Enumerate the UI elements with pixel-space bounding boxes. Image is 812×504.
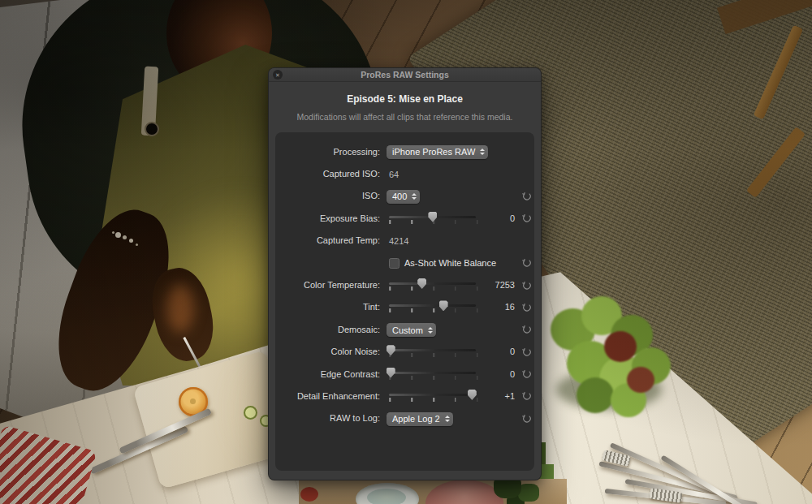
as-shot-white-balance-label: As-Shot White Balance [404,258,496,268]
slider-tick [411,220,412,224]
row-label: Color Noise: [276,347,380,356]
row-control: Custom [382,322,481,338]
slider-handle[interactable] [428,212,437,222]
edge-contrast-slider[interactable] [389,365,478,383]
exposure-bias-slider[interactable] [389,209,478,227]
slider-tick [455,376,456,380]
row-label: Exposure Bias: [276,213,380,223]
slider-tick [477,286,478,291]
slider-tick [389,398,391,402]
iso-dropdown[interactable]: 400 [387,190,420,204]
reset-button[interactable] [518,347,534,357]
chevron-down [480,153,485,155]
row-label: Demosaic: [276,325,380,334]
chevron-up-down-icon [412,193,417,200]
as-shot-white-balance-checkbox[interactable] [389,258,400,269]
row-captured-temp: Captured Temp: 4214 [275,230,534,252]
reset-button[interactable] [518,324,534,334]
modifications-note: Modifications will affect all clips that… [269,112,541,122]
slider-track [389,394,476,396]
reset-button[interactable] [518,302,534,312]
close-icon: ✕ [275,72,280,78]
captured-iso-value: 64 [382,170,399,179]
close-button[interactable]: ✕ [273,70,283,80]
row-label: Detail Enhancement: [276,391,380,401]
slider-tick [389,220,391,224]
reset-button[interactable] [518,213,534,223]
tint-slider[interactable] [389,298,478,316]
chevron-up [480,149,485,151]
dialog-titlebar[interactable]: ✕ ProRes RAW Settings [269,68,541,82]
slider-track [389,349,476,351]
slider-track [389,372,476,374]
slider-tick [477,376,478,380]
chevron-up-down-icon [445,416,450,422]
red-lettuce-leaf [627,367,654,393]
row-label: Color Temperature: [276,280,380,290]
row-edge-contrast: Edge Contrast: 0 [275,363,534,385]
reset-button[interactable] [518,413,534,424]
row-processing: Processing: iPhone ProRes RAW [275,140,534,162]
slider-tick [411,286,412,291]
reset-button[interactable] [518,280,534,291]
row-control [382,365,481,383]
detail-enhancement-slider[interactable] [389,387,478,405]
reset-icon [521,191,532,201]
color-noise-slider[interactable] [389,342,478,360]
demosaic-dropdown[interactable]: Custom [387,323,436,337]
slider-handle[interactable] [468,390,477,400]
slider-tick [433,398,434,402]
row-value: 0 [482,213,516,223]
row-control: 64 [382,166,481,181]
row-value: 16 [482,302,516,312]
reset-icon [521,368,532,379]
slider-tick [477,353,478,357]
processing-dropdown[interactable]: iPhone ProRes RAW [387,145,488,159]
row-value: 0 [482,347,516,356]
raw-to-log-dropdown[interactable]: Apple Log 2 [387,412,453,426]
row-label: Tint: [276,302,380,312]
slider-track [389,304,476,307]
bead-bracelet [115,232,121,238]
media-title: Episode 5: Mise en Place [269,93,541,105]
reset-icon [521,347,532,357]
dropdown-value: 400 [392,192,407,201]
lettuce-leaf [577,377,614,413]
hand-highlight [166,284,194,333]
dropdown-value: Custom [392,325,423,335]
color-temperature-slider[interactable] [389,276,478,294]
prores-raw-settings-dialog: ✕ ProRes RAW Settings Episode 5: Mise en… [268,67,542,480]
slider-tick [411,353,412,357]
slider-handle[interactable] [387,345,395,355]
slider-track [389,282,476,285]
reset-button[interactable] [518,257,534,268]
slider-tick [455,220,456,224]
slider-handle[interactable] [439,300,448,311]
slider-tick [455,308,456,312]
row-tint: Tint: 16 [275,296,534,318]
reset-icon [521,213,532,223]
chevron-up [445,416,450,418]
row-value: 0 [482,369,516,379]
slider-tick [433,376,434,380]
slider-handle[interactable] [417,278,426,289]
reset-button[interactable] [518,390,534,401]
row-raw-to-log: RAW to Log: Apple Log 2 [275,407,534,429]
row-value: 7253 [482,280,516,290]
reset-button[interactable] [518,368,534,379]
row-color-temperature: Color Temperature: 7253 [275,274,534,295]
reset-icon [521,257,532,268]
chevron-down [445,420,450,422]
chevron-up [428,327,433,330]
chevron-up-down-icon [428,327,433,334]
settings-panel: Processing: iPhone ProRes RAW Captured I… [275,132,534,471]
reset-button[interactable] [518,191,534,201]
row-control [382,298,481,316]
row-control [382,387,481,405]
white-bowl-inner [367,489,406,504]
row-label: Captured ISO: [276,169,380,179]
row-control: iPhone ProRes RAW [382,144,481,159]
reset-icon [521,302,532,312]
slider-handle[interactable] [387,368,395,378]
chevron-up-down-icon [480,149,485,155]
